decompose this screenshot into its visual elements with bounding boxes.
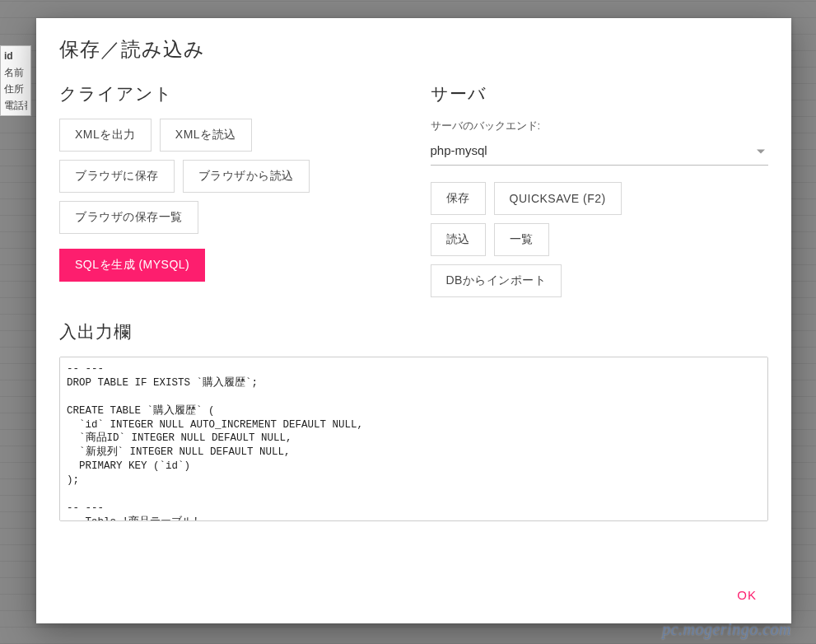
dialog-title: 保存／読み込み [59, 36, 768, 63]
field-item: 電話番 [4, 97, 27, 114]
sql-generate-button[interactable]: SQLを生成 (MYSQL) [59, 249, 205, 282]
field-item: id [4, 48, 27, 64]
dialog-footer: OK [59, 581, 768, 609]
io-heading: 入出力欄 [59, 320, 768, 343]
io-textarea[interactable] [59, 357, 768, 521]
xml-import-button[interactable]: XMLを読込 [160, 119, 252, 152]
browser-list-button[interactable]: ブラウザの保存一覧 [59, 201, 198, 234]
quicksave-button[interactable]: QUICKSAVE (F2) [494, 182, 622, 215]
chevron-down-icon [757, 150, 765, 154]
save-load-dialog: 保存／読み込み クライアント XMLを出力 XMLを読込 ブラウザに保存 ブラウ… [36, 18, 791, 623]
ok-button[interactable]: OK [725, 581, 768, 609]
backend-label: サーバのバックエンド: [431, 119, 769, 133]
client-section: クライアント XMLを出力 XMLを読込 ブラウザに保存 ブラウザから読込 ブラ… [59, 82, 398, 306]
server-section: サーバ サーバのバックエンド: php-mysql 保存 QUICKSAVE (… [431, 82, 769, 306]
client-heading: クライアント [59, 82, 398, 105]
browser-save-button[interactable]: ブラウザに保存 [59, 160, 175, 193]
field-item: 名前 [4, 64, 27, 81]
server-load-button[interactable]: 読込 [431, 223, 486, 256]
io-section: 入出力欄 [59, 320, 768, 565]
server-save-button[interactable]: 保存 [431, 182, 486, 215]
db-import-button[interactable]: DBからインポート [431, 264, 562, 297]
server-list-button[interactable]: 一覧 [494, 223, 549, 256]
backend-select-value: php-mysql [431, 143, 487, 157]
xml-export-button[interactable]: XMLを出力 [59, 119, 152, 152]
background-table-fields: id 名前 住所 電話番 [0, 45, 31, 116]
server-heading: サーバ [431, 82, 769, 105]
field-item: 住所 [4, 81, 27, 97]
browser-load-button[interactable]: ブラウザから読込 [183, 160, 310, 193]
backend-select[interactable]: php-mysql [431, 138, 769, 166]
